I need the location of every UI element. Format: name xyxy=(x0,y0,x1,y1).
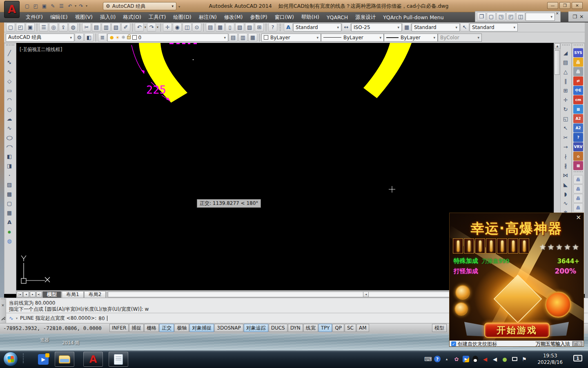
toggle-ortho[interactable]: 正交 xyxy=(159,324,174,332)
trim-icon[interactable]: ✂ xyxy=(561,133,570,142)
zoom-realtime-icon[interactable]: ◉ xyxy=(173,23,182,31)
point-icon[interactable]: · xyxy=(4,171,14,180)
text-style-icon[interactable]: A xyxy=(284,23,293,31)
insert-block-icon[interactable]: ◧ xyxy=(4,152,14,161)
zoom-previous-icon[interactable]: ⊙ xyxy=(192,23,201,31)
notification-bubble-icon[interactable]: 1 xyxy=(573,355,582,361)
publish-icon[interactable]: ⇪ xyxy=(59,23,68,31)
redo-dropdown-icon[interactable]: ▾ xyxy=(157,25,158,29)
autocad-logo-menu[interactable]: A xyxy=(4,1,20,18)
yqarch-org4-icon[interactable]: 品 xyxy=(573,203,583,212)
hatch-icon[interactable]: ▨ xyxy=(4,180,14,189)
command-input-value[interactable]: 80 xyxy=(98,316,105,321)
toggle-tpy[interactable]: TPY xyxy=(318,324,332,332)
yqarch-table-icon[interactable]: ▦ xyxy=(573,105,583,114)
yqarch-layer-off-icon[interactable]: 品 xyxy=(573,67,583,76)
dim-text[interactable]: 225 xyxy=(146,83,166,96)
mleader-style-icon[interactable]: ↖ xyxy=(460,23,469,31)
zoom-window-icon[interactable]: ◫ xyxy=(183,23,192,31)
viewport-clip-icon[interactable]: ❐ xyxy=(477,12,486,21)
create-icon-checkbox-label[interactable]: 创建血饮龙纹图标 xyxy=(458,341,497,347)
tray-expand-icon[interactable]: ▴ xyxy=(443,355,450,363)
assistant-tray-icon[interactable]: ● xyxy=(501,355,508,363)
rotate-icon[interactable]: ↻ xyxy=(561,105,570,114)
table-style-icon[interactable]: ▦ xyxy=(402,23,411,31)
command-options-icon[interactable]: ▾ xyxy=(16,316,18,320)
undo-dropdown-icon[interactable]: ▾ xyxy=(75,4,76,8)
extend-icon[interactable]: → xyxy=(561,142,570,152)
arc-icon[interactable]: ◠ xyxy=(4,95,14,105)
dim-style-icon[interactable]: ↔ xyxy=(342,23,351,31)
layer-thaw-sun-icon[interactable]: ☀ xyxy=(116,35,120,40)
layer-unlock-icon[interactable] xyxy=(127,36,131,39)
toggle-dyn[interactable]: DYN xyxy=(288,324,303,332)
properties-palette-icon[interactable]: ▤ xyxy=(206,23,215,31)
minimize-button[interactable]: — xyxy=(547,2,558,9)
polyline-wide-right[interactable] xyxy=(363,43,412,98)
toolbar-close-icon[interactable]: ✕ xyxy=(556,11,559,16)
doc-close-icon[interactable]: ✕ xyxy=(579,14,584,20)
flower-tray-icon[interactable]: ✿ xyxy=(453,355,460,363)
yqarch-cn-en-icon[interactable]: 中E xyxy=(573,86,583,95)
maximize-button[interactable]: ❒ xyxy=(559,2,570,9)
menu-file[interactable]: 文件(F) xyxy=(22,12,47,22)
scroll-left-icon[interactable]: ◂ xyxy=(363,292,369,297)
redo-dropdown-icon[interactable]: ▾ xyxy=(86,4,87,8)
command-close-icon[interactable]: ✕ xyxy=(0,303,6,307)
copy-icon[interactable]: ▤ xyxy=(561,58,570,67)
toggle-osnap[interactable]: 对象捕捉 xyxy=(189,324,214,332)
toggle-sc[interactable]: SC xyxy=(345,324,356,332)
viewport-polygon-icon[interactable]: ◳ xyxy=(497,12,506,21)
toggle-otrack[interactable]: 对象追踪 xyxy=(244,324,268,332)
viewport-scale-select[interactable]: ▾ xyxy=(526,13,555,21)
yqarch-org3-icon[interactable]: 品 xyxy=(573,194,583,203)
desktop-icon-label[interactable]: 2014·简 xyxy=(62,340,80,346)
model-space-button[interactable]: 模型 xyxy=(432,324,447,332)
viewport-lock-icon[interactable]: ◫ xyxy=(516,12,525,21)
text-style-select[interactable]: Standard▾ xyxy=(293,23,341,31)
quickcalc-icon[interactable]: ⊞ xyxy=(255,23,264,31)
3d-orbit-icon[interactable]: ◍ xyxy=(69,23,78,31)
mirror-icon[interactable]: △ xyxy=(561,67,570,76)
taskbar-autocad[interactable]: A xyxy=(83,352,103,367)
taskbar-media-app[interactable]: ▶ xyxy=(33,352,53,367)
tab-prev-icon[interactable]: ◂ xyxy=(23,292,29,297)
scrollbar-thumb[interactable] xyxy=(555,50,560,75)
start-button[interactable] xyxy=(3,352,18,366)
make-block-icon[interactable]: ◨ xyxy=(4,161,14,171)
scale-icon[interactable]: ◱ xyxy=(561,114,570,123)
menu-yuanquan[interactable]: 源泉设计 xyxy=(352,12,379,22)
save-icon[interactable]: ▣ xyxy=(40,2,48,10)
menu-modify[interactable]: 修改(M) xyxy=(220,12,247,22)
viewport-rect-icon[interactable]: ▢ xyxy=(487,12,496,21)
menu-edit[interactable]: 编辑(E) xyxy=(47,12,71,22)
yqarch-swap-icon[interactable]: ⇄ xyxy=(573,76,583,85)
yqarch-org1-icon[interactable]: 品 xyxy=(573,175,583,184)
array-icon[interactable]: ⊞ xyxy=(561,86,570,95)
workspace-select[interactable]: AutoCAD 经典▾ xyxy=(6,34,74,42)
start-game-button[interactable]: 开始游戏 xyxy=(484,323,550,338)
save-as-icon[interactable]: ✎ xyxy=(49,2,57,10)
menu-view[interactable]: 视图(V) xyxy=(71,12,96,22)
redo-icon[interactable]: ↷ xyxy=(147,23,156,31)
scroll-up-icon[interactable]: ▲ xyxy=(555,43,560,49)
viewport-object-icon[interactable]: ◰ xyxy=(506,12,515,21)
pan-icon[interactable]: ✛ xyxy=(163,23,172,31)
taskbar-clock[interactable]: 19:53 2022/8/16 xyxy=(537,352,563,366)
undo-dropdown-icon[interactable]: ▾ xyxy=(145,25,146,29)
tab-next-icon[interactable]: ▸ xyxy=(30,292,36,297)
toggle-lineweight[interactable]: 线宽 xyxy=(303,324,318,332)
layer-states-icon[interactable]: ▤ xyxy=(229,33,238,42)
menu-window[interactable]: 窗口(W) xyxy=(271,12,298,22)
layer-isolate-icon[interactable]: ▥ xyxy=(238,33,247,42)
match-properties-icon[interactable]: ✐ xyxy=(121,23,130,31)
region-icon[interactable]: ▢ xyxy=(4,199,14,208)
workspace-switcher[interactable]: ⚙ AutoCAD 经典 ▾ xyxy=(103,2,176,10)
layer-previous-icon[interactable]: ▦ xyxy=(248,33,257,42)
yqarch-a2-red-icon[interactable]: A2 xyxy=(573,114,583,123)
break-at-point-icon[interactable]: ∤ xyxy=(561,152,570,161)
designcenter-icon[interactable]: ▦ xyxy=(216,23,225,31)
menu-insert[interactable]: 插入(I) xyxy=(96,12,119,22)
toggle-grid[interactable]: 栅格 xyxy=(144,324,159,332)
layer-select[interactable]: ● ☀ ❋ 0 ▾ xyxy=(107,34,228,42)
